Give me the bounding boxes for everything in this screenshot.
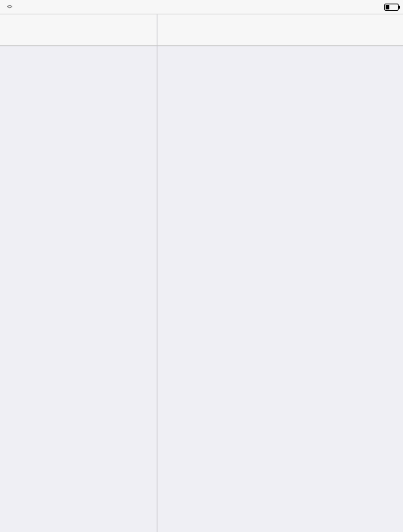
- general-title: [157, 14, 403, 46]
- battery-icon: [384, 4, 399, 11]
- settings-title: [0, 14, 157, 46]
- status-bar: ⌔: [0, 0, 403, 14]
- wifi-icon: ⌔: [7, 3, 12, 12]
